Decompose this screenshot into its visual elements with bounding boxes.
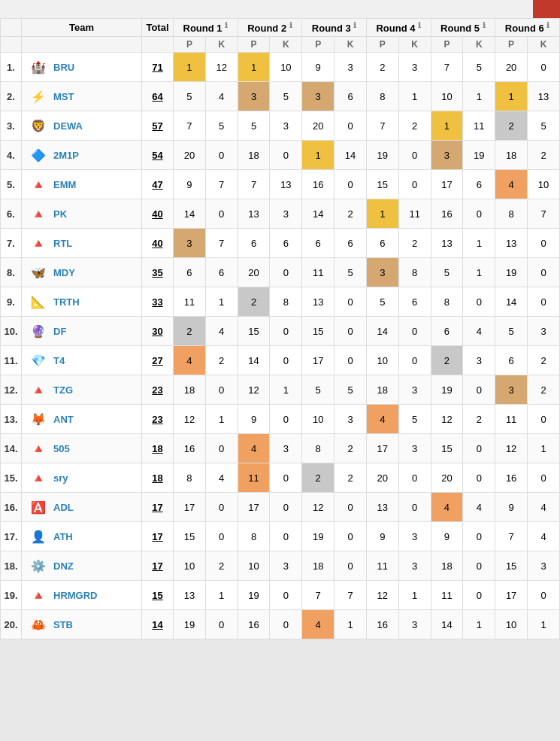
r2-k-cell: 6 xyxy=(270,229,302,258)
r6-p-cell: 1 xyxy=(495,82,528,111)
total-cell: 23 xyxy=(142,405,174,434)
r3-k-cell: 0 xyxy=(334,170,367,199)
r6-k-cell: 2 xyxy=(528,375,560,405)
r6-k-cell: 0 xyxy=(528,581,560,610)
r1-p-cell: 7 xyxy=(174,111,206,141)
r2-p-cell: 4 xyxy=(238,434,270,463)
total-cell: 30 xyxy=(142,317,174,346)
r5-k-cell: 0 xyxy=(463,199,495,229)
team-icon: 💎 xyxy=(28,350,49,371)
table-row: 16.🅰️ADL171701701201304494 xyxy=(1,493,560,522)
r4-p-cell: 2 xyxy=(366,53,398,82)
team-name: T4 xyxy=(53,355,65,366)
r3-k-cell: 3 xyxy=(334,405,367,434)
r2-k-cell: 3 xyxy=(270,111,302,141)
r2-k-cell: 3 xyxy=(270,434,302,463)
r1-k-cell: 1 xyxy=(205,581,238,610)
r1-k-cell: 0 xyxy=(205,199,238,229)
total-cell: 14 xyxy=(142,610,174,639)
r6-k-cell: 2 xyxy=(528,346,560,375)
total-cell: 35 xyxy=(142,258,174,287)
r2-p-cell: 17 xyxy=(238,493,270,522)
r5-k: K xyxy=(463,37,495,53)
rank-cell: 20. xyxy=(1,610,22,639)
r4-p-cell: 14 xyxy=(366,317,398,346)
r2-k-cell: 0 xyxy=(270,258,302,287)
table-row: 7.🔺RTL4037666662131130 xyxy=(1,229,560,258)
sub-total xyxy=(142,37,174,53)
team-name: RTL xyxy=(53,238,72,249)
r3-p-cell: 12 xyxy=(302,493,334,522)
r4-p-cell: 8 xyxy=(366,82,398,111)
team-icon: 🔺 xyxy=(28,467,49,488)
team-icon: 🔺 xyxy=(28,174,49,195)
rank-cell: 14. xyxy=(1,434,22,463)
r1-k-cell: 0 xyxy=(205,493,238,522)
r3-k-cell: 14 xyxy=(334,141,367,170)
total-cell: 17 xyxy=(142,493,174,522)
team-icon: 🔺 xyxy=(28,232,49,254)
r6-p-cell: 20 xyxy=(495,53,528,82)
team-icon: 🦊 xyxy=(28,408,49,430)
r5-k-cell: 1 xyxy=(463,82,495,111)
r1-p-cell: 5 xyxy=(174,82,206,111)
r5-k-cell: 4 xyxy=(463,317,495,346)
r4-p-cell: 20 xyxy=(366,463,398,493)
rank-cell: 1. xyxy=(1,53,22,82)
rank-cell: 10. xyxy=(1,317,22,346)
rank-cell: 3. xyxy=(1,111,22,141)
r1-p: P xyxy=(174,37,206,53)
team-name: HRMGRD xyxy=(53,590,98,601)
r2-p-cell: 6 xyxy=(238,229,270,258)
round5-header: Round 5 ℹ xyxy=(431,19,495,37)
r4-p-cell: 17 xyxy=(366,434,398,463)
r5-k-cell: 0 xyxy=(463,581,495,610)
r5-k-cell: 1 xyxy=(463,610,495,639)
r4-k-cell: 3 xyxy=(398,434,431,463)
r5-k-cell: 3 xyxy=(463,346,495,375)
table-row: 19.🔺HRMGRD1513119077121110170 xyxy=(1,581,560,610)
r1-p-cell: 16 xyxy=(174,434,206,463)
r4-p-cell: 18 xyxy=(366,375,398,405)
r6-k-cell: 10 xyxy=(528,170,560,199)
r3-p: P xyxy=(302,37,334,53)
r3-k-cell: 0 xyxy=(334,493,367,522)
table-row: 15.🔺sry188411022200200160 xyxy=(1,463,560,493)
r2-p-cell: 9 xyxy=(238,405,270,434)
r3-p-cell: 11 xyxy=(302,258,334,287)
round1-header: Round 1 ℹ xyxy=(174,19,238,37)
r3-k-cell: 0 xyxy=(334,287,367,317)
team-name: ANT xyxy=(53,414,74,425)
total-cell: 18 xyxy=(142,463,174,493)
r4-k-cell: 0 xyxy=(398,141,431,170)
total-cell: 15 xyxy=(142,581,174,610)
team-name: TRTH xyxy=(53,296,80,308)
team-icon: 🏰 xyxy=(28,56,49,77)
r3-p-cell: 5 xyxy=(302,375,334,405)
team-cell: 🦀STB xyxy=(22,610,142,639)
r6-p-cell: 17 xyxy=(495,581,528,610)
r5-k-cell: 1 xyxy=(463,229,495,258)
r2-p: P xyxy=(238,37,270,53)
rank-cell: 11. xyxy=(1,346,22,375)
r4-k-cell: 0 xyxy=(398,317,431,346)
r5-p-cell: 6 xyxy=(431,317,463,346)
r1-p-cell: 11 xyxy=(174,287,206,317)
r4-k-cell: 1 xyxy=(398,82,431,111)
r3-p-cell: 2 xyxy=(302,463,334,493)
team-cell: 🔺RTL xyxy=(22,229,142,258)
r3-k-cell: 7 xyxy=(334,581,367,610)
r2-p-cell: 8 xyxy=(238,522,270,551)
r2-k-cell: 10 xyxy=(270,53,302,82)
r3-k-cell: 0 xyxy=(334,346,367,375)
total-cell: 40 xyxy=(142,229,174,258)
r5-p-cell: 20 xyxy=(431,463,463,493)
r2-k-cell: 0 xyxy=(270,405,302,434)
points-button[interactable] xyxy=(533,0,560,18)
r3-p-cell: 3 xyxy=(302,82,334,111)
team-icon: 🔺 xyxy=(28,438,49,459)
r2-p-cell: 5 xyxy=(238,111,270,141)
r6-k-cell: 5 xyxy=(528,111,560,141)
r4-k-cell: 3 xyxy=(398,53,431,82)
r5-k-cell: 0 xyxy=(463,287,495,317)
